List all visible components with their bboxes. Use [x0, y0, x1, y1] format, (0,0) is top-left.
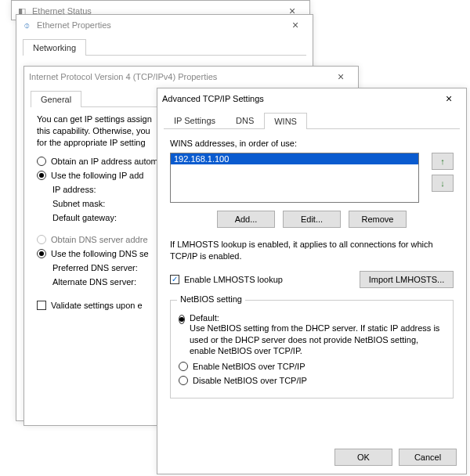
close-icon[interactable]: × — [436, 92, 461, 105]
arrow-down-icon: ↓ — [440, 178, 445, 188]
tab-ip-settings[interactable]: IP Settings — [164, 112, 226, 128]
add-button[interactable]: Add... — [217, 211, 275, 228]
radio-netbios-disable[interactable]: Disable NetBIOS over TCP/IP — [179, 376, 445, 385]
move-up-button[interactable]: ↑ — [432, 153, 454, 170]
window-title: Internet Protocol Version 4 (TCP/IPv4) P… — [29, 72, 328, 81]
edit-button[interactable]: Edit... — [283, 211, 341, 228]
move-down-button[interactable]: ↓ — [432, 175, 454, 192]
radio-icon — [37, 249, 46, 258]
groupbox-netbios: NetBIOS setting Default: Use NetBIOS set… — [170, 300, 454, 399]
radio-icon — [179, 376, 188, 385]
window-title: Ethernet Properties — [37, 20, 283, 30]
wins-address-entry[interactable]: 192.168.1.100 — [171, 153, 418, 164]
close-icon[interactable]: × — [283, 19, 308, 31]
label-wins-addresses: WINS addresses, in order of use: — [170, 139, 454, 148]
titlebar: Advanced TCP/IP Settings × — [157, 88, 466, 109]
tab-general[interactable]: General — [31, 91, 81, 107]
import-lmhosts-button[interactable]: Import LMHOSTS... — [360, 271, 454, 288]
window-advanced-tcpip: Advanced TCP/IP Settings × IP Settings D… — [157, 88, 467, 474]
groupbox-legend: NetBIOS setting — [177, 294, 245, 304]
radio-icon — [37, 235, 46, 244]
radio-icon — [179, 362, 188, 371]
dialog-body: WINS addresses, in order of use: 192.168… — [157, 129, 466, 411]
close-icon[interactable]: × — [328, 70, 353, 83]
checkbox-icon — [170, 275, 179, 284]
titlebar: Internet Protocol Version 4 (TCP/IPv4) P… — [24, 67, 358, 87]
tab-wins[interactable]: WINS — [264, 113, 307, 129]
window-title: Advanced TCP/IP Settings — [162, 94, 436, 103]
radio-icon — [37, 171, 46, 180]
radio-netbios-default[interactable]: Default: Use NetBIOS setting from the DH… — [179, 313, 445, 358]
lmhosts-note: If LMHOSTS lookup is enabled, it applies… — [170, 239, 454, 262]
radio-netbios-enable[interactable]: Enable NetBIOS over TCP/IP — [179, 362, 445, 371]
tab-bar: Networking — [23, 38, 306, 56]
tab-dns[interactable]: DNS — [226, 112, 264, 128]
tab-networking[interactable]: Networking — [23, 39, 86, 56]
radio-icon — [37, 157, 46, 166]
checkbox-enable-lmhosts[interactable]: Enable LMHOSTS lookup — [170, 275, 283, 284]
radio-icon — [179, 315, 185, 324]
remove-button[interactable]: Remove — [349, 211, 407, 228]
radio-description: Use NetBIOS setting from the DHCP server… — [190, 323, 445, 358]
tab-bar: IP Settings DNS WINS — [164, 112, 460, 129]
cancel-button[interactable]: Cancel — [399, 449, 457, 466]
wins-address-list[interactable]: 192.168.1.100 — [170, 153, 419, 203]
ok-button[interactable]: OK — [334, 449, 392, 466]
arrow-up-icon: ↑ — [440, 157, 445, 166]
checkbox-icon — [37, 301, 46, 310]
radio-label: Default: — [190, 313, 445, 323]
adapter-icon: ⌽ — [21, 20, 32, 31]
titlebar: ⌽ Ethernet Properties × — [16, 15, 313, 35]
